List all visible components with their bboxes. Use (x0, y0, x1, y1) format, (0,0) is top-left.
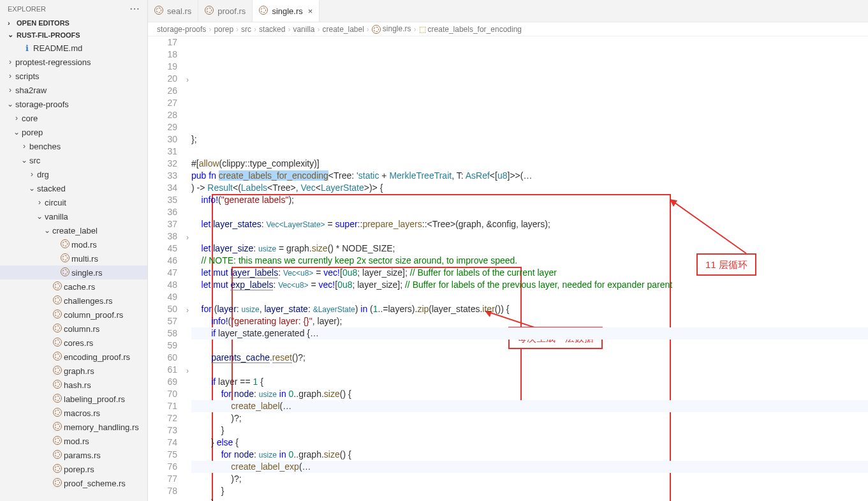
rust-icon (60, 239, 70, 250)
tree-item-challenges-rs[interactable]: challenges.rs (0, 294, 147, 308)
line-number: 18 (148, 49, 177, 61)
breadcrumb-item[interactable]: single.rs (372, 24, 411, 34)
code-line[interactable] (191, 364, 868, 376)
tree-item-drg[interactable]: ›drg (0, 167, 147, 181)
line-number: 61› (148, 364, 177, 376)
code-line[interactable]: }; (191, 133, 868, 146)
tree-item-encoding_proof-rs[interactable]: encoding_proof.rs (0, 350, 147, 364)
code-line[interactable]: for (layer: usize, layer_state: &LayerSt… (191, 303, 868, 315)
code-line[interactable]: } else { (191, 437, 868, 449)
breadcrumb-item[interactable]: ⬚create_labels_for_encoding (419, 25, 522, 34)
code-line[interactable] (191, 146, 868, 158)
tree-item-storage-proofs[interactable]: ⌄storage-proofs (0, 97, 147, 111)
code-line[interactable] (191, 230, 868, 243)
code-line[interactable]: pub fn create_labels_for_encoding<Tree: … (191, 170, 868, 182)
tree-item-scripts[interactable]: ›scripts (0, 69, 147, 83)
open-editors-section[interactable]: › OPEN EDITORS (0, 17, 147, 29)
tree-item-porep-rs[interactable]: porep.rs (0, 462, 147, 476)
tree-item-memory_handling-rs[interactable]: memory_handling.rs (0, 420, 147, 434)
tree-item-proptest-regressions[interactable]: ›proptest-regressions (0, 55, 147, 69)
tree-item-benches[interactable]: ›benches (0, 139, 147, 153)
code-line[interactable]: let layer_size: usize = graph.size() * N… (191, 243, 868, 255)
fold-icon[interactable]: › (186, 304, 189, 317)
tree-item-core[interactable]: ›core (0, 111, 147, 125)
tree-item-cores-rs[interactable]: cores.rs (0, 336, 147, 350)
tree-item-porep[interactable]: ⌄porep (0, 125, 147, 139)
tree-item-column-rs[interactable]: column.rs (0, 322, 147, 336)
fold-icon[interactable]: › (186, 365, 189, 377)
code-area[interactable]: 11 层循环 每次生成一层数据 }; #[allow(clippy::type_… (191, 36, 868, 501)
breadcrumb-item[interactable]: vanilla (293, 25, 314, 34)
tree-item-src[interactable]: ⌄src (0, 153, 147, 167)
breadcrumb-item[interactable]: stacked (259, 25, 285, 34)
tree-item-graph-rs[interactable]: graph.rs (0, 364, 147, 378)
tree-item-mod-rs[interactable]: mod.rs (0, 434, 147, 448)
tree-item-sha2raw[interactable]: ›sha2raw (0, 83, 147, 97)
tree-item-hash-rs[interactable]: hash.rs (0, 378, 147, 392)
breadcrumb-item[interactable]: storage-proofs (157, 25, 206, 34)
tree-item-column_proof-rs[interactable]: column_proof.rs (0, 308, 147, 322)
tree-item-mod-rs[interactable]: mod.rs (0, 237, 147, 251)
line-number: 76 (148, 461, 177, 473)
code-line[interactable] (191, 291, 868, 303)
tree-item-create_label[interactable]: ⌄create_label (0, 223, 147, 237)
chevron-icon: › (27, 170, 37, 179)
tree-item-macros-rs[interactable]: macros.rs (0, 406, 147, 420)
line-number: 31 (148, 146, 177, 158)
code-line[interactable]: let mut exp_labels: Vec<u8> = vec![0u8; … (191, 279, 868, 291)
close-icon[interactable]: × (308, 6, 313, 16)
tree-item-labeling_proof-rs[interactable]: labeling_proof.rs (0, 392, 147, 406)
code-line[interactable]: if layer_state.generated {… (191, 327, 868, 340)
tree-item-circuit[interactable]: ›circuit (0, 195, 147, 209)
code-line[interactable]: )?; (191, 473, 868, 485)
code-line[interactable]: if layer == 1 { (191, 376, 868, 388)
more-icon[interactable]: ⋯ (129, 3, 140, 15)
line-number: 32 (148, 158, 177, 170)
editor[interactable]: 17181920›26272829303132333435363738›4546… (148, 36, 868, 501)
code-line[interactable]: info!("generating layer: {}", layer); (191, 315, 868, 327)
tab-seal-rs[interactable]: seal.rs (148, 0, 198, 22)
code-line[interactable]: for node: usize in 0..graph.size() { (191, 449, 868, 461)
breadcrumb-item[interactable]: porep (214, 25, 233, 34)
tree-item-vanilla[interactable]: ⌄vanilla (0, 209, 147, 223)
tree-item-single-rs[interactable]: single.rs (0, 265, 147, 280)
code-line[interactable]: )?; (191, 412, 868, 424)
tree-item-cache-rs[interactable]: cache.rs (0, 280, 147, 294)
code-line[interactable]: parents_cache.reset()?; (191, 352, 868, 364)
breadcrumb-item[interactable]: src (241, 25, 251, 34)
tree-item-README-md[interactable]: ℹREADME.md (0, 41, 147, 55)
code-line[interactable]: } (191, 497, 868, 501)
fold-icon[interactable]: › (186, 74, 189, 86)
code-line[interactable]: let mut layer_labels: Vec<u8> = vec![0u8… (191, 267, 868, 279)
code-line[interactable]: let layer_states: Vec<LayerState> = supe… (191, 218, 868, 230)
code-line[interactable]: for node: usize in 0..graph.size() { (191, 388, 868, 400)
tab-proof-rs[interactable]: proof.rs (198, 0, 253, 22)
code-line[interactable]: } (191, 485, 868, 497)
tree-label: cache.rs (64, 282, 95, 292)
code-line[interactable]: create_label_exp(… (191, 461, 868, 473)
tree-item-stacked[interactable]: ⌄stacked (0, 181, 147, 195)
code-line[interactable]: ) -> Result<(Labels<Tree>, Vec<LayerStat… (191, 182, 868, 194)
main-area: seal.rsproof.rssingle.rs× storage-proofs… (148, 0, 868, 501)
tree-label: memory_handling.rs (64, 422, 139, 432)
rust-icon (52, 310, 63, 320)
line-number: 28 (148, 109, 177, 121)
project-section[interactable]: ⌄ RUST-FIL-PROOFS (0, 29, 147, 41)
code-line[interactable]: #[allow(clippy::type_complexity)] (191, 158, 868, 170)
code-line[interactable] (191, 206, 868, 218)
code-line[interactable] (191, 340, 868, 352)
code-line[interactable]: // NOTE: this means we currently keep 2x… (191, 255, 868, 267)
code-line[interactable]: info!("generate labels"); (191, 194, 868, 206)
tab-single-rs[interactable]: single.rs× (253, 0, 320, 22)
tree-label: cores.rs (64, 338, 93, 348)
tree-item-multi-rs[interactable]: multi.rs (0, 251, 147, 265)
code-line[interactable]: } (191, 424, 868, 437)
tree-item-proof_scheme-rs[interactable]: proof_scheme.rs (0, 476, 147, 490)
tree-item-params-rs[interactable]: params.rs (0, 448, 147, 462)
rust-icon (52, 408, 63, 419)
breadcrumb[interactable]: storage-proofs›porep›src›stacked›vanilla… (148, 22, 868, 36)
chevron-icon: › (11, 114, 22, 123)
breadcrumb-item[interactable]: create_label (322, 25, 364, 34)
fold-icon[interactable]: › (186, 232, 189, 244)
code-line[interactable]: create_label(… (191, 400, 868, 412)
